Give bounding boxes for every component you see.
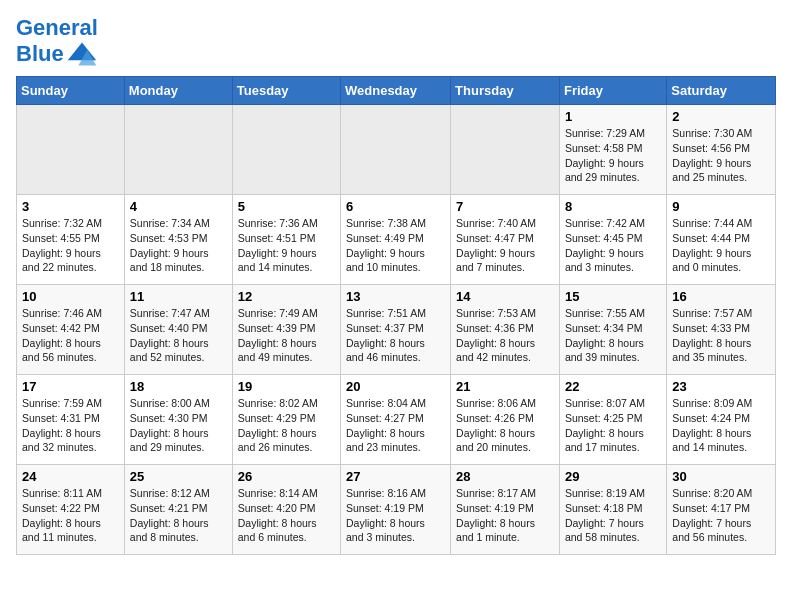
calendar-cell: 13Sunrise: 7:51 AM Sunset: 4:37 PM Dayli… [341, 285, 451, 375]
day-number: 7 [456, 199, 554, 214]
day-info: Sunrise: 7:59 AM Sunset: 4:31 PM Dayligh… [22, 396, 119, 455]
calendar-cell: 20Sunrise: 8:04 AM Sunset: 4:27 PM Dayli… [341, 375, 451, 465]
calendar-cell: 29Sunrise: 8:19 AM Sunset: 4:18 PM Dayli… [559, 465, 666, 555]
day-number: 21 [456, 379, 554, 394]
calendar-cell [17, 105, 125, 195]
day-number: 28 [456, 469, 554, 484]
calendar-cell: 18Sunrise: 8:00 AM Sunset: 4:30 PM Dayli… [124, 375, 232, 465]
calendar-cell: 24Sunrise: 8:11 AM Sunset: 4:22 PM Dayli… [17, 465, 125, 555]
calendar-cell: 21Sunrise: 8:06 AM Sunset: 4:26 PM Dayli… [451, 375, 560, 465]
day-info: Sunrise: 8:07 AM Sunset: 4:25 PM Dayligh… [565, 396, 661, 455]
calendar-cell: 5Sunrise: 7:36 AM Sunset: 4:51 PM Daylig… [232, 195, 340, 285]
calendar-cell: 17Sunrise: 7:59 AM Sunset: 4:31 PM Dayli… [17, 375, 125, 465]
day-number: 25 [130, 469, 227, 484]
calendar-cell: 27Sunrise: 8:16 AM Sunset: 4:19 PM Dayli… [341, 465, 451, 555]
day-number: 6 [346, 199, 445, 214]
day-number: 17 [22, 379, 119, 394]
day-number: 16 [672, 289, 770, 304]
calendar-cell: 26Sunrise: 8:14 AM Sunset: 4:20 PM Dayli… [232, 465, 340, 555]
day-number: 11 [130, 289, 227, 304]
day-info: Sunrise: 7:40 AM Sunset: 4:47 PM Dayligh… [456, 216, 554, 275]
day-number: 24 [22, 469, 119, 484]
day-info: Sunrise: 8:20 AM Sunset: 4:17 PM Dayligh… [672, 486, 770, 545]
day-info: Sunrise: 8:19 AM Sunset: 4:18 PM Dayligh… [565, 486, 661, 545]
calendar-cell: 3Sunrise: 7:32 AM Sunset: 4:55 PM Daylig… [17, 195, 125, 285]
calendar-table: SundayMondayTuesdayWednesdayThursdayFrid… [16, 76, 776, 555]
calendar-cell: 22Sunrise: 8:07 AM Sunset: 4:25 PM Dayli… [559, 375, 666, 465]
calendar-cell: 14Sunrise: 7:53 AM Sunset: 4:36 PM Dayli… [451, 285, 560, 375]
day-info: Sunrise: 7:36 AM Sunset: 4:51 PM Dayligh… [238, 216, 335, 275]
calendar-cell [232, 105, 340, 195]
day-number: 12 [238, 289, 335, 304]
weekday-header-sunday: Sunday [17, 77, 125, 105]
day-info: Sunrise: 8:16 AM Sunset: 4:19 PM Dayligh… [346, 486, 445, 545]
day-number: 23 [672, 379, 770, 394]
day-info: Sunrise: 7:30 AM Sunset: 4:56 PM Dayligh… [672, 126, 770, 185]
day-number: 20 [346, 379, 445, 394]
day-number: 2 [672, 109, 770, 124]
day-info: Sunrise: 7:47 AM Sunset: 4:40 PM Dayligh… [130, 306, 227, 365]
calendar-cell: 15Sunrise: 7:55 AM Sunset: 4:34 PM Dayli… [559, 285, 666, 375]
day-number: 13 [346, 289, 445, 304]
day-info: Sunrise: 7:51 AM Sunset: 4:37 PM Dayligh… [346, 306, 445, 365]
day-info: Sunrise: 7:55 AM Sunset: 4:34 PM Dayligh… [565, 306, 661, 365]
day-info: Sunrise: 7:57 AM Sunset: 4:33 PM Dayligh… [672, 306, 770, 365]
day-number: 19 [238, 379, 335, 394]
calendar-cell: 4Sunrise: 7:34 AM Sunset: 4:53 PM Daylig… [124, 195, 232, 285]
weekday-header-friday: Friday [559, 77, 666, 105]
day-number: 29 [565, 469, 661, 484]
day-number: 22 [565, 379, 661, 394]
calendar-cell [451, 105, 560, 195]
weekday-header-thursday: Thursday [451, 77, 560, 105]
day-number: 9 [672, 199, 770, 214]
logo-icon [66, 40, 98, 68]
calendar-cell: 10Sunrise: 7:46 AM Sunset: 4:42 PM Dayli… [17, 285, 125, 375]
weekday-header-wednesday: Wednesday [341, 77, 451, 105]
day-info: Sunrise: 8:09 AM Sunset: 4:24 PM Dayligh… [672, 396, 770, 455]
day-number: 10 [22, 289, 119, 304]
logo: General Blue [16, 16, 98, 68]
day-number: 26 [238, 469, 335, 484]
day-number: 5 [238, 199, 335, 214]
calendar-cell: 1Sunrise: 7:29 AM Sunset: 4:58 PM Daylig… [559, 105, 666, 195]
calendar-cell: 9Sunrise: 7:44 AM Sunset: 4:44 PM Daylig… [667, 195, 776, 285]
day-info: Sunrise: 8:02 AM Sunset: 4:29 PM Dayligh… [238, 396, 335, 455]
day-info: Sunrise: 8:14 AM Sunset: 4:20 PM Dayligh… [238, 486, 335, 545]
day-number: 8 [565, 199, 661, 214]
weekday-header-saturday: Saturday [667, 77, 776, 105]
day-number: 4 [130, 199, 227, 214]
calendar-cell: 16Sunrise: 7:57 AM Sunset: 4:33 PM Dayli… [667, 285, 776, 375]
calendar-cell: 25Sunrise: 8:12 AM Sunset: 4:21 PM Dayli… [124, 465, 232, 555]
day-number: 14 [456, 289, 554, 304]
weekday-header-tuesday: Tuesday [232, 77, 340, 105]
day-info: Sunrise: 7:42 AM Sunset: 4:45 PM Dayligh… [565, 216, 661, 275]
calendar-cell: 11Sunrise: 7:47 AM Sunset: 4:40 PM Dayli… [124, 285, 232, 375]
day-info: Sunrise: 7:34 AM Sunset: 4:53 PM Dayligh… [130, 216, 227, 275]
day-number: 18 [130, 379, 227, 394]
calendar-cell: 23Sunrise: 8:09 AM Sunset: 4:24 PM Dayli… [667, 375, 776, 465]
day-info: Sunrise: 7:46 AM Sunset: 4:42 PM Dayligh… [22, 306, 119, 365]
day-info: Sunrise: 7:44 AM Sunset: 4:44 PM Dayligh… [672, 216, 770, 275]
day-info: Sunrise: 8:04 AM Sunset: 4:27 PM Dayligh… [346, 396, 445, 455]
day-info: Sunrise: 7:49 AM Sunset: 4:39 PM Dayligh… [238, 306, 335, 365]
day-info: Sunrise: 8:12 AM Sunset: 4:21 PM Dayligh… [130, 486, 227, 545]
day-number: 1 [565, 109, 661, 124]
calendar-cell: 7Sunrise: 7:40 AM Sunset: 4:47 PM Daylig… [451, 195, 560, 285]
calendar-cell: 30Sunrise: 8:20 AM Sunset: 4:17 PM Dayli… [667, 465, 776, 555]
weekday-header-monday: Monday [124, 77, 232, 105]
calendar-cell [124, 105, 232, 195]
calendar-cell: 2Sunrise: 7:30 AM Sunset: 4:56 PM Daylig… [667, 105, 776, 195]
day-info: Sunrise: 7:32 AM Sunset: 4:55 PM Dayligh… [22, 216, 119, 275]
day-info: Sunrise: 7:29 AM Sunset: 4:58 PM Dayligh… [565, 126, 661, 185]
day-info: Sunrise: 7:38 AM Sunset: 4:49 PM Dayligh… [346, 216, 445, 275]
day-number: 30 [672, 469, 770, 484]
day-info: Sunrise: 8:00 AM Sunset: 4:30 PM Dayligh… [130, 396, 227, 455]
calendar-cell: 8Sunrise: 7:42 AM Sunset: 4:45 PM Daylig… [559, 195, 666, 285]
day-info: Sunrise: 8:17 AM Sunset: 4:19 PM Dayligh… [456, 486, 554, 545]
calendar-cell [341, 105, 451, 195]
day-info: Sunrise: 8:11 AM Sunset: 4:22 PM Dayligh… [22, 486, 119, 545]
day-number: 3 [22, 199, 119, 214]
svg-marker-0 [67, 43, 95, 61]
calendar-cell: 19Sunrise: 8:02 AM Sunset: 4:29 PM Dayli… [232, 375, 340, 465]
calendar-cell: 12Sunrise: 7:49 AM Sunset: 4:39 PM Dayli… [232, 285, 340, 375]
